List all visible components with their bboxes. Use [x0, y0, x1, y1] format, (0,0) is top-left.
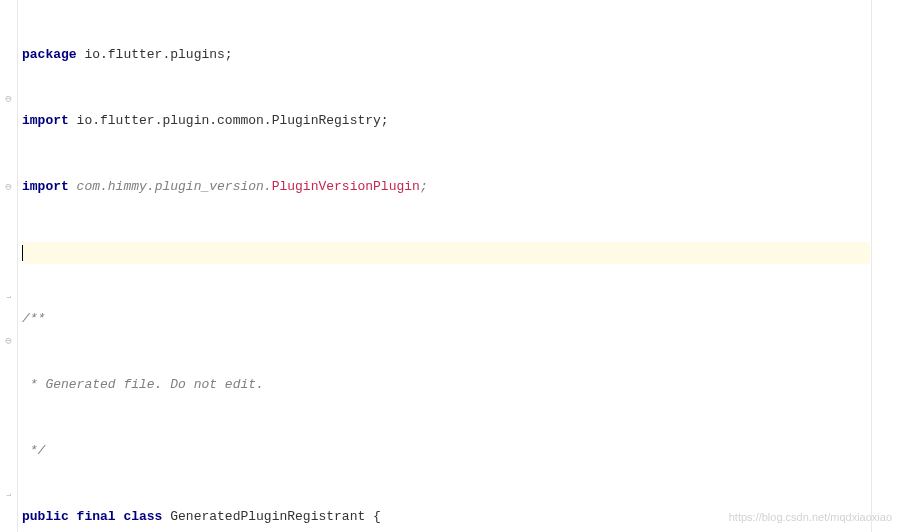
code-line: import io.flutter.plugin.common.PluginRe…: [22, 110, 902, 132]
code-line: * Generated file. Do not edit.: [22, 374, 902, 396]
code-editor[interactable]: ⊖ ⊖ ⨼ ⊖ ⨼ package io.flutter.plugins; im…: [0, 0, 902, 532]
code-line: package io.flutter.plugins;: [22, 44, 902, 66]
code-line: import com.himmy.plugin_version.PluginVe…: [22, 176, 902, 198]
code-area[interactable]: package io.flutter.plugins; import io.fl…: [18, 0, 902, 532]
code-line: /**: [22, 308, 902, 330]
watermark: https://blog.csdn.net/mqdxiaoxiao: [729, 506, 892, 528]
code-line-cursor: [22, 242, 870, 264]
caret-icon: [22, 245, 23, 261]
code-line: */: [22, 440, 902, 462]
gutter: ⊖ ⊖ ⨼ ⊖ ⨼: [0, 0, 18, 532]
right-margin-guide: [871, 0, 872, 532]
